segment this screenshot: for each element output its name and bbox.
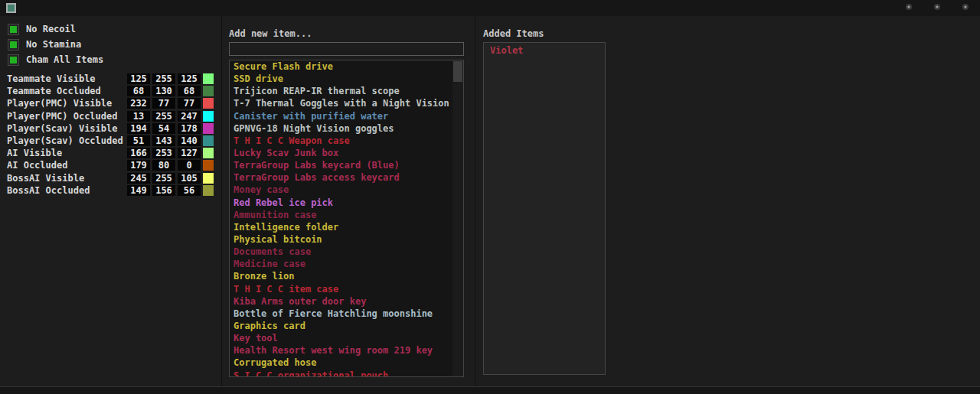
checkbox-checked-fill <box>10 57 17 63</box>
esp-blue-value[interactable]: 77 <box>178 98 201 109</box>
esp-green-value[interactable]: 143 <box>152 135 175 146</box>
esp-red-value[interactable]: 166 <box>127 148 150 158</box>
esp-blue-value[interactable]: 56 <box>178 185 201 196</box>
esp-color-swatch <box>203 123 214 134</box>
esp-green-value[interactable]: 80 <box>152 160 175 171</box>
esp-red-value[interactable]: 194 <box>127 123 150 134</box>
esp-row-label: Teammate Visible <box>7 73 125 84</box>
esp-row-label: Player(PMC) Occluded <box>7 111 125 122</box>
esp-color-swatch <box>203 148 214 158</box>
item-list-entry[interactable]: GPNVG-18 Night Vision goggles <box>234 122 463 135</box>
maximize-icon[interactable] <box>934 4 940 10</box>
esp-green-value[interactable]: 255 <box>152 173 175 184</box>
toggle-row[interactable]: No Stamina <box>8 37 214 52</box>
item-list-entry[interactable]: Physical bitcoin <box>234 233 463 246</box>
esp-color-swatch <box>203 86 214 96</box>
esp-row-label: BossAI Visible <box>7 173 125 184</box>
toggle-row[interactable]: Cham All Items <box>8 52 214 67</box>
item-list-entry[interactable]: SSD drive <box>234 73 463 85</box>
scrollbar-thumb[interactable] <box>453 61 462 82</box>
esp-color-swatch <box>203 98 214 109</box>
esp-color-swatch <box>203 135 214 146</box>
esp-blue-value[interactable]: 247 <box>178 111 201 122</box>
close-icon[interactable] <box>962 4 969 10</box>
esp-color-swatch <box>203 185 214 196</box>
checkbox[interactable] <box>8 24 19 35</box>
esp-green-value[interactable]: 54 <box>152 123 175 134</box>
esp-green-value[interactable]: 130 <box>152 86 175 96</box>
item-list-entry[interactable]: Canister with purified water <box>234 110 463 122</box>
esp-color-row: AI Visible 166 253 127 <box>0 147 221 159</box>
esp-blue-value[interactable]: 178 <box>178 123 201 134</box>
esp-color-swatch <box>203 160 214 171</box>
item-list-entry[interactable]: TerraGroup Labs access keycard <box>234 171 463 184</box>
esp-blue-value[interactable]: 125 <box>178 73 201 84</box>
esp-red-value[interactable]: 51 <box>127 135 150 146</box>
esp-red-value[interactable]: 245 <box>127 173 150 184</box>
toggle-row[interactable]: No Recoil <box>8 21 214 37</box>
item-list-entry[interactable]: Money case <box>234 184 463 196</box>
item-list-entry[interactable]: Bottle of Fierce Hatchling moonshine <box>234 308 463 320</box>
item-list-entry[interactable]: Ammunition case <box>234 209 463 221</box>
item-list-entry[interactable]: TerraGroup Labs keycard (Blue) <box>234 159 463 171</box>
esp-color-row: BossAI Visible 245 255 105 <box>0 172 221 184</box>
esp-color-row: Player(PMC) Occluded 13 255 247 <box>0 110 221 122</box>
item-list-entry[interactable]: Trijicon REAP-IR thermal scope <box>234 85 463 97</box>
item-list-entry[interactable]: Health Resort west wing room 219 key <box>234 344 463 357</box>
add-item-input[interactable] <box>229 42 464 56</box>
esp-red-value[interactable]: 149 <box>127 185 150 196</box>
esp-row-label: BossAI Occluded <box>7 185 125 196</box>
titlebar <box>0 0 980 16</box>
added-item-entry[interactable]: Violet <box>490 44 605 57</box>
esp-row-label: AI Occluded <box>7 160 125 171</box>
checkbox[interactable] <box>8 54 19 66</box>
item-list-entry[interactable]: Secure Flash drive <box>234 60 463 73</box>
esp-red-value[interactable]: 179 <box>127 160 150 171</box>
esp-blue-value[interactable]: 127 <box>178 148 201 158</box>
item-list[interactable]: Secure Flash drive SSD drive Trijicon RE… <box>229 60 464 377</box>
window-controls <box>906 4 969 10</box>
esp-red-value[interactable]: 232 <box>127 98 150 109</box>
esp-color-row: Player(PMC) Visible 232 77 77 <box>0 97 221 109</box>
esp-green-value[interactable]: 77 <box>152 98 175 109</box>
checkbox[interactable] <box>8 39 19 50</box>
esp-green-value[interactable]: 255 <box>152 73 175 84</box>
item-list-entry[interactable]: Documents case <box>234 246 463 258</box>
esp-blue-value[interactable]: 0 <box>178 160 201 171</box>
item-list-entry[interactable]: T H I C C Weapon case <box>234 135 463 147</box>
added-items-title: Added Items <box>483 28 544 39</box>
esp-red-value[interactable]: 125 <box>127 73 150 84</box>
esp-color-swatch <box>203 73 214 84</box>
item-list-entry[interactable]: Medicine case <box>234 258 463 270</box>
esp-red-value[interactable]: 13 <box>127 111 150 122</box>
item-list-entry[interactable]: Corrugated hose <box>234 357 463 369</box>
esp-green-value[interactable]: 156 <box>152 185 175 196</box>
item-list-entry[interactable]: S I C C organizational pouch <box>234 370 463 377</box>
esp-color-row: Player(Scav) Occluded 51 143 140 <box>0 135 221 147</box>
esp-color-swatch <box>203 111 214 122</box>
minimize-icon[interactable] <box>906 4 912 10</box>
esp-row-label: AI Visible <box>7 148 125 158</box>
esp-green-value[interactable]: 255 <box>152 111 175 122</box>
esp-row-label: Player(Scav) Visible <box>7 123 125 134</box>
item-list-entry[interactable]: Bronze lion <box>234 270 463 282</box>
item-list-entry[interactable]: T H I C C item case <box>234 283 463 295</box>
esp-green-value[interactable]: 253 <box>152 148 175 158</box>
scrollbar[interactable] <box>452 60 463 376</box>
esp-red-value[interactable]: 68 <box>127 86 150 96</box>
esp-blue-value[interactable]: 105 <box>178 173 201 184</box>
esp-row-label: Player(PMC) Visible <box>7 98 125 109</box>
item-list-entry[interactable]: Kiba Arms outer door key <box>234 295 463 308</box>
item-list-entry[interactable]: Intelligence folder <box>234 221 463 233</box>
esp-blue-value[interactable]: 140 <box>178 135 201 146</box>
item-list-entry[interactable]: T-7 Thermal Goggles with a Night Vision <box>234 97 463 109</box>
esp-color-row: Player(Scav) Visible 194 54 178 <box>0 122 221 135</box>
esp-blue-value[interactable]: 68 <box>178 86 201 96</box>
item-list-entry[interactable]: Red Rebel ice pick <box>234 197 463 209</box>
toggle-label: Cham All Items <box>26 54 103 65</box>
item-list-entry[interactable]: Key tool <box>234 332 463 344</box>
item-list-entry[interactable]: Lucky Scav Junk box <box>234 147 463 159</box>
added-items-list[interactable]: Violet <box>483 42 606 375</box>
item-list-entry[interactable]: Graphics card <box>234 320 463 332</box>
esp-color-settings: Teammate Visible 125 255 125 Teammate Oc… <box>0 73 221 197</box>
